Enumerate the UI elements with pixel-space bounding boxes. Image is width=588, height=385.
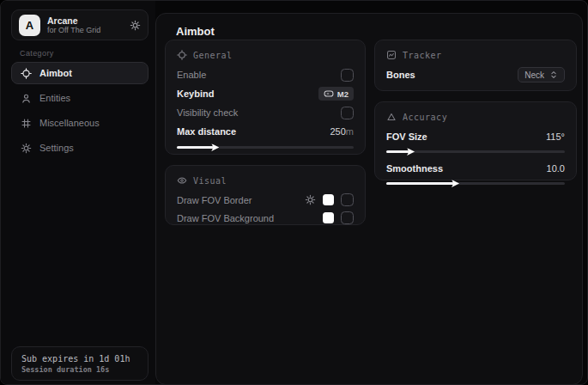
sidebar-item-label: Aimbot	[39, 68, 72, 78]
tracker-card-header: Tracker	[386, 47, 565, 63]
page-title: Aimbot	[176, 25, 215, 38]
session-duration-text: Session duration 16s	[21, 364, 138, 375]
sidebar-nav: Aimbot Entities Miscellaneous	[11, 62, 149, 162]
grid-icon	[21, 118, 32, 129]
sidebar-item-label: Settings	[39, 143, 74, 153]
fov-background-color-swatch[interactable]	[323, 212, 334, 223]
visual-card: Visual Draw FOV Border Draw FOV Back	[165, 165, 366, 225]
enable-label: Enable	[177, 70, 206, 80]
fov-background-row: Draw FOV Background	[177, 209, 354, 227]
gear-icon[interactable]	[130, 20, 141, 31]
activity-icon	[386, 50, 397, 60]
smoothness-slider-fill	[386, 182, 454, 185]
keybind-value: M2	[337, 89, 349, 99]
crosshair-icon	[177, 50, 187, 60]
sidebar: A Arcane for Off The Grid Category	[1, 1, 155, 385]
brand-subtitle: for Off The Grid	[47, 26, 130, 35]
keybind-row: Keybind M2	[177, 84, 354, 103]
max-distance-slider-handle[interactable]	[211, 144, 219, 151]
visibility-check-checkbox[interactable]	[341, 107, 354, 119]
general-card-header: General	[177, 47, 354, 63]
fov-size-label: FOV Size	[386, 131, 427, 142]
enable-checkbox[interactable]	[341, 69, 354, 82]
visual-card-header: Visual	[177, 173, 354, 188]
triangle-icon	[386, 112, 397, 122]
fov-border-checkbox[interactable]	[341, 193, 354, 206]
max-distance-row: Max distance 250m	[177, 122, 354, 141]
main-panel: Aimbot General Enable Keybind	[155, 13, 583, 385]
visual-card-title: Visual	[193, 176, 227, 186]
max-distance-label: Max distance	[177, 126, 236, 137]
visibility-check-row: Visibility check	[177, 103, 354, 122]
fov-size-value: 115°	[546, 131, 565, 142]
category-label: Category	[20, 49, 54, 58]
brand-logo: A	[19, 15, 40, 36]
fov-border-row: Draw FOV Border	[177, 191, 354, 209]
bones-label: Bones	[386, 70, 415, 80]
fov-border-controls	[305, 193, 354, 206]
eye-icon	[177, 175, 187, 186]
keybind-badge[interactable]: M2	[318, 87, 354, 101]
bones-selected-value: Neck	[524, 70, 544, 80]
smoothness-row: Smoothness 10.0	[386, 159, 565, 177]
max-distance-slider-fill	[177, 146, 214, 149]
brand-logo-letter: A	[26, 19, 33, 32]
fov-border-label: Draw FOV Border	[177, 195, 252, 205]
sidebar-item-aimbot[interactable]: Aimbot	[11, 62, 149, 84]
tracker-card-title: Tracker	[403, 51, 442, 60]
fov-border-color-swatch[interactable]	[323, 194, 334, 205]
fov-size-slider[interactable]	[386, 150, 565, 153]
fov-size-row: FOV Size 115°	[386, 127, 565, 145]
brand-card: A Arcane for Off The Grid	[11, 9, 149, 40]
sidebar-item-entities[interactable]: Entities	[11, 87, 149, 109]
general-card: General Enable Keybind M2 Visib	[165, 40, 366, 155]
smoothness-slider-handle[interactable]	[452, 180, 459, 187]
unfold-icon	[549, 70, 558, 79]
smoothness-value: 10.0	[547, 163, 565, 174]
accuracy-card-title: Accuracy	[403, 113, 447, 122]
visibility-check-label: Visibility check	[177, 107, 238, 118]
bones-row: Bones Neck	[386, 65, 565, 84]
accuracy-card: Accuracy FOV Size 115° Smoothness 10.0	[374, 101, 577, 180]
general-card-title: General	[193, 51, 233, 60]
max-distance-value: 250m	[330, 126, 354, 137]
brand-text: Arcane for Off The Grid	[47, 15, 130, 35]
smoothness-slider[interactable]	[386, 182, 565, 185]
subscription-info: Sub expires in 1d 01h Session duration 1…	[11, 346, 149, 381]
accuracy-card-header: Accuracy	[386, 109, 565, 125]
sidebar-item-label: Miscellaneous	[39, 118, 100, 128]
keybind-label: Keybind	[177, 89, 214, 99]
crosshair-icon	[21, 68, 32, 79]
sidebar-item-label: Entities	[39, 93, 70, 103]
gear-icon	[21, 143, 32, 154]
max-distance-unit: m	[346, 126, 354, 137]
bones-select[interactable]: Neck	[518, 67, 565, 82]
gear-icon[interactable]	[305, 194, 316, 205]
tracker-card: Tracker Bones Neck	[374, 40, 577, 91]
fov-size-slider-handle[interactable]	[407, 148, 415, 156]
sub-expires-text: Sub expires in 1d 01h	[21, 353, 138, 364]
fov-background-controls	[323, 211, 354, 224]
smoothness-label: Smoothness	[386, 163, 443, 174]
person-icon	[21, 93, 32, 104]
mouse-icon	[324, 89, 334, 99]
fov-size-slider-fill	[386, 150, 409, 153]
max-distance-slider[interactable]	[177, 146, 354, 149]
app-window: A Arcane for Off The Grid Category	[0, 0, 588, 385]
fov-background-label: Draw FOV Background	[177, 213, 274, 223]
enable-row: Enable	[177, 65, 354, 84]
brand-name: Arcane	[47, 15, 130, 26]
sidebar-item-settings[interactable]: Settings	[11, 137, 149, 159]
fov-background-checkbox[interactable]	[341, 211, 354, 224]
sidebar-item-miscellaneous[interactable]: Miscellaneous	[11, 112, 149, 134]
